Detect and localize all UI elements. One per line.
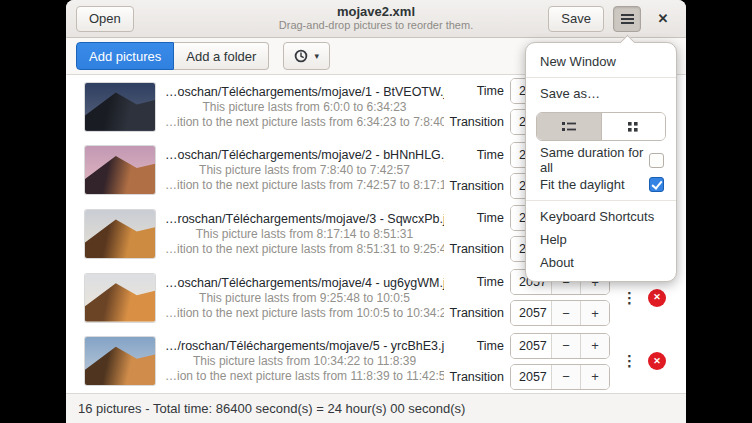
picture-filename: …roschan/Téléchargements/mojave/3 - Sqwc… <box>165 211 444 227</box>
same-duration-label: Same duration for all <box>540 145 649 175</box>
transition-increase-button[interactable]: + <box>580 365 609 389</box>
menu-item-new-window[interactable]: New Window <box>526 50 676 73</box>
dune-graphic <box>85 210 155 258</box>
row-options-kebab-button[interactable]: ⋮ <box>622 291 636 305</box>
menu-item-save-as[interactable]: Save as… <box>526 82 676 105</box>
picture-duration-text: This picture lasts from 7:8:40 to 7:42:5… <box>165 163 444 178</box>
row-options-kebab-button[interactable]: ⋮ <box>622 354 636 368</box>
time-options-dropdown-button[interactable]: ▾ <box>283 42 330 70</box>
time-label: Time <box>444 148 504 162</box>
dune-graphic <box>85 337 155 385</box>
caret-down-icon: ▾ <box>314 51 319 61</box>
picture-thumbnail <box>85 146 155 194</box>
picture-filename: …oschan/Téléchargements/mojave/1 - BtVEO… <box>165 84 444 100</box>
menu-item-help[interactable]: Help <box>526 228 676 251</box>
menu-separator <box>526 77 676 78</box>
picture-duration-text: This picture lasts from 10:34:22 to 11:8… <box>165 354 444 369</box>
open-button[interactable]: Open <box>76 6 134 32</box>
view-mode-toggle-group <box>536 112 666 141</box>
transition-label: Transition <box>444 242 504 256</box>
picture-transition-text: …ition to the next picture lasts from 7:… <box>165 178 444 193</box>
picture-transition-text: …ition to the next picture lasts from 10… <box>165 306 444 321</box>
fit-daylight-label: Fit the daylight <box>540 177 625 192</box>
picture-filename: …oschan/Téléchargements/mojave/4 - ug6yg… <box>165 275 444 291</box>
picture-info: …oschan/Téléchargements/mojave/4 - ug6yg… <box>165 275 444 321</box>
menu-item-fit-daylight[interactable]: Fit the daylight <box>526 172 676 196</box>
delete-x-icon: ✕ <box>653 293 661 302</box>
time-increase-button[interactable]: + <box>580 334 609 358</box>
transition-value[interactable]: 2057 <box>511 365 551 389</box>
picture-thumbnail <box>85 274 155 322</box>
picture-filename: …/roschan/Téléchargements/mojave/5 - yrc… <box>165 338 444 354</box>
status-text: 16 pictures - Total time: 86400 second(s… <box>78 401 465 416</box>
transition-value[interactable]: 2057 <box>511 301 551 325</box>
picture-info: …/roschan/Téléchargements/mojave/5 - yrc… <box>165 338 444 384</box>
grid-view-icon <box>627 121 639 133</box>
grid-view-toggle-button[interactable] <box>601 113 666 140</box>
headerbar-right-controls: Save ✕ <box>548 6 676 32</box>
fit-daylight-checkbox[interactable] <box>649 177 664 192</box>
picture-info: …roschan/Téléchargements/mojave/3 - Sqwc… <box>165 211 444 257</box>
hamburger-icon <box>621 18 634 20</box>
picture-thumbnail <box>85 337 155 385</box>
list-view-icon <box>561 121 577 133</box>
transition-spinbutton: 2057 − + <box>510 364 610 390</box>
add-pictures-button[interactable]: Add pictures <box>76 42 174 70</box>
time-decrease-button[interactable]: − <box>551 334 580 358</box>
transition-spinbutton: 2057 − + <box>510 300 610 326</box>
transition-decrease-button[interactable]: − <box>551 365 580 389</box>
add-folder-button[interactable]: Add a folder <box>174 42 269 70</box>
dune-graphic <box>85 146 155 194</box>
picture-thumbnail <box>85 83 155 131</box>
list-view-toggle-button[interactable] <box>537 113 601 140</box>
delete-picture-button[interactable]: ✕ <box>648 289 666 307</box>
picture-duration-text: This picture lasts from 9:25:48 to 10:0:… <box>165 291 444 306</box>
picture-row[interactable]: …/roschan/Téléchargements/mojave/5 - yrc… <box>66 329 686 393</box>
time-spinbutton: 2057 − + <box>510 333 610 359</box>
picture-thumbnail <box>85 210 155 258</box>
status-bar: 16 pictures - Total time: 86400 second(s… <box>66 393 686 423</box>
add-buttons-group: Add pictures Add a folder <box>76 42 269 70</box>
desktop-background: Open mojave2.xml Drag-and-drop pictures … <box>0 0 752 423</box>
time-label: Time <box>444 84 504 98</box>
picture-filename: …oschan/Téléchargements/mojave/2 - bHNnH… <box>165 147 444 163</box>
time-label: Time <box>444 211 504 225</box>
headerbar: Open mojave2.xml Drag-and-drop pictures … <box>66 0 686 38</box>
app-window: Open mojave2.xml Drag-and-drop pictures … <box>66 0 686 423</box>
transition-label: Transition <box>444 370 504 384</box>
transition-label: Transition <box>444 179 504 193</box>
clock-icon <box>294 49 308 63</box>
close-button[interactable]: ✕ <box>650 6 676 32</box>
transition-increase-button[interactable]: + <box>580 301 609 325</box>
same-duration-checkbox[interactable] <box>649 153 664 168</box>
transition-label: Transition <box>444 306 504 320</box>
dune-graphic <box>85 83 155 131</box>
delete-x-icon: ✕ <box>653 357 661 366</box>
menu-item-same-duration[interactable]: Same duration for all <box>526 148 676 172</box>
picture-transition-text: …ion to the next picture lasts from 11:8… <box>165 369 444 384</box>
time-value[interactable]: 2057 <box>511 334 551 358</box>
time-label: Time <box>444 339 504 353</box>
hamburger-menu-button[interactable] <box>613 6 641 32</box>
menu-item-keyboard-shortcuts[interactable]: Keyboard Shortcuts <box>526 205 676 228</box>
delete-picture-button[interactable]: ✕ <box>648 352 666 370</box>
picture-duration-text: This picture lasts from 6:0:0 to 6:34:23 <box>165 100 444 115</box>
transition-decrease-button[interactable]: − <box>551 301 580 325</box>
primary-menu-popover: New Window Save as… <box>525 42 677 282</box>
transition-label: Transition <box>444 115 504 129</box>
picture-transition-text: …ition to the next picture lasts from 6:… <box>165 115 444 130</box>
dune-graphic <box>85 274 155 322</box>
menu-separator <box>526 200 676 201</box>
menu-item-about[interactable]: About <box>526 251 676 274</box>
picture-transition-text: …ition to the next picture lasts from 8:… <box>165 242 444 257</box>
time-label: Time <box>444 275 504 289</box>
save-button[interactable]: Save <box>548 6 604 32</box>
picture-info: …oschan/Téléchargements/mojave/1 - BtVEO… <box>165 84 444 130</box>
row-controls: Time 2057 − + Transition 2057 − + <box>444 333 610 390</box>
picture-duration-text: This picture lasts from 8:17:14 to 8:51:… <box>165 227 444 242</box>
picture-info: …oschan/Téléchargements/mojave/2 - bHNnH… <box>165 147 444 193</box>
